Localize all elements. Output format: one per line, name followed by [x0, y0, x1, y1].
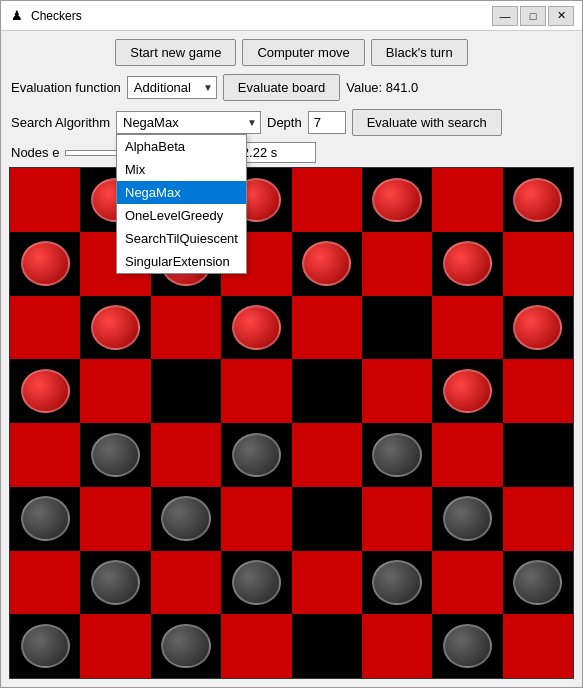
cell-1-0[interactable] [10, 232, 80, 296]
blacks-turn-button[interactable]: Black's turn [371, 39, 468, 66]
cell-7-0[interactable] [10, 614, 80, 678]
cell-7-7[interactable] [503, 614, 573, 678]
cell-2-7[interactable] [503, 296, 573, 360]
cell-6-1[interactable] [80, 551, 150, 615]
cell-6-6[interactable] [432, 551, 502, 615]
cell-6-0[interactable] [10, 551, 80, 615]
dropdown-item-alphabeta[interactable]: AlphaBeta [117, 135, 246, 158]
piece-6-3[interactable] [232, 560, 281, 605]
cell-7-4[interactable] [292, 614, 362, 678]
dropdown-item-singularextension[interactable]: SingularExtension [117, 250, 246, 273]
cell-6-5[interactable] [362, 551, 432, 615]
cell-7-2[interactable] [151, 614, 221, 678]
piece-1-0[interactable] [21, 241, 70, 286]
cell-7-6[interactable] [432, 614, 502, 678]
cell-5-5[interactable] [362, 487, 432, 551]
cell-1-4[interactable] [292, 232, 362, 296]
piece-6-1[interactable] [91, 560, 140, 605]
start-new-game-button[interactable]: Start new game [115, 39, 236, 66]
cell-4-7[interactable] [503, 423, 573, 487]
cell-4-1[interactable] [80, 423, 150, 487]
cell-1-6[interactable] [432, 232, 502, 296]
cell-5-0[interactable] [10, 487, 80, 551]
piece-1-4[interactable] [302, 241, 351, 286]
cell-7-3[interactable] [221, 614, 291, 678]
piece-1-6[interactable] [443, 241, 492, 286]
cell-4-3[interactable] [221, 423, 291, 487]
piece-2-3[interactable] [232, 305, 281, 350]
piece-2-1[interactable] [91, 305, 140, 350]
cell-6-4[interactable] [292, 551, 362, 615]
cell-1-7[interactable] [503, 232, 573, 296]
cell-3-2[interactable] [151, 359, 221, 423]
cell-2-1[interactable] [80, 296, 150, 360]
cell-3-0[interactable] [10, 359, 80, 423]
cell-7-1[interactable] [80, 614, 150, 678]
cell-5-4[interactable] [292, 487, 362, 551]
cell-5-1[interactable] [80, 487, 150, 551]
piece-7-6[interactable] [443, 624, 492, 669]
cell-4-5[interactable] [362, 423, 432, 487]
dropdown-item-searchtilquiescent[interactable]: SearchTilQuiescent [117, 227, 246, 250]
cell-6-2[interactable] [151, 551, 221, 615]
cell-6-3[interactable] [221, 551, 291, 615]
piece-3-0[interactable] [21, 369, 70, 414]
piece-5-6[interactable] [443, 496, 492, 541]
checkerboard[interactable] [9, 167, 574, 679]
evaluate-board-button[interactable]: Evaluate board [223, 74, 340, 101]
cell-0-6[interactable] [432, 168, 502, 232]
piece-4-5[interactable] [372, 433, 421, 478]
maximize-button[interactable]: □ [520, 6, 546, 26]
dropdown-item-mix[interactable]: Mix [117, 158, 246, 181]
dropdown-item-negamax[interactable]: NegaMax [117, 181, 246, 204]
cell-7-5[interactable] [362, 614, 432, 678]
cell-4-6[interactable] [432, 423, 502, 487]
piece-4-3[interactable] [232, 433, 281, 478]
cell-3-3[interactable] [221, 359, 291, 423]
cell-0-4[interactable] [292, 168, 362, 232]
cell-5-3[interactable] [221, 487, 291, 551]
piece-0-7[interactable] [513, 178, 562, 223]
piece-7-2[interactable] [161, 624, 210, 669]
cell-3-5[interactable] [362, 359, 432, 423]
piece-2-7[interactable] [513, 305, 562, 350]
eval-function-select[interactable]: Additional [127, 76, 217, 99]
piece-4-1[interactable] [91, 433, 140, 478]
piece-5-2[interactable] [161, 496, 210, 541]
cell-5-7[interactable] [503, 487, 573, 551]
cell-3-6[interactable] [432, 359, 502, 423]
piece-3-6[interactable] [443, 369, 492, 414]
cell-4-0[interactable] [10, 423, 80, 487]
cell-0-5[interactable] [362, 168, 432, 232]
cell-3-7[interactable] [503, 359, 573, 423]
piece-5-0[interactable] [21, 496, 70, 541]
cell-2-3[interactable] [221, 296, 291, 360]
minimize-button[interactable]: — [492, 6, 518, 26]
title-bar: ♟ Checkers — □ ✕ [1, 1, 582, 31]
cell-5-6[interactable] [432, 487, 502, 551]
piece-7-0[interactable] [21, 624, 70, 669]
cell-3-4[interactable] [292, 359, 362, 423]
piece-6-7[interactable] [513, 560, 562, 605]
cell-2-4[interactable] [292, 296, 362, 360]
dropdown-item-onelevelgreedy[interactable]: OneLevelGreedy [117, 204, 246, 227]
cell-0-7[interactable] [503, 168, 573, 232]
evaluate-with-search-button[interactable]: Evaluate with search [352, 109, 502, 136]
depth-input[interactable] [308, 111, 346, 134]
cell-1-5[interactable] [362, 232, 432, 296]
computer-move-button[interactable]: Computer move [242, 39, 364, 66]
piece-0-5[interactable] [372, 178, 421, 223]
cell-6-7[interactable] [503, 551, 573, 615]
piece-6-5[interactable] [372, 560, 421, 605]
cell-4-4[interactable] [292, 423, 362, 487]
cell-5-2[interactable] [151, 487, 221, 551]
search-algorithm-select[interactable]: AlphaBeta Mix NegaMax OneLevelGreedy Sea… [116, 111, 261, 134]
cell-2-5[interactable] [362, 296, 432, 360]
cell-0-0[interactable] [10, 168, 80, 232]
close-button[interactable]: ✕ [548, 6, 574, 26]
cell-2-6[interactable] [432, 296, 502, 360]
cell-2-2[interactable] [151, 296, 221, 360]
cell-2-0[interactable] [10, 296, 80, 360]
cell-3-1[interactable] [80, 359, 150, 423]
cell-4-2[interactable] [151, 423, 221, 487]
